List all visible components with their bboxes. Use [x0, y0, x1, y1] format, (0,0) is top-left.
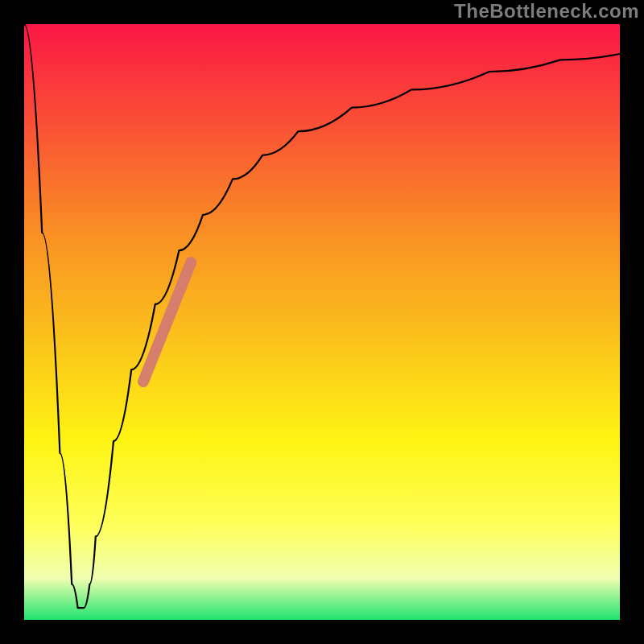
plot-area [24, 24, 620, 620]
highlight-marker-band [143, 262, 191, 382]
watermark-text: TheBottleneck.com [454, 0, 639, 23]
bottleneck-curve [24, 24, 620, 608]
curve-layer [24, 24, 620, 620]
chart-frame: TheBottleneck.com [0, 0, 644, 644]
